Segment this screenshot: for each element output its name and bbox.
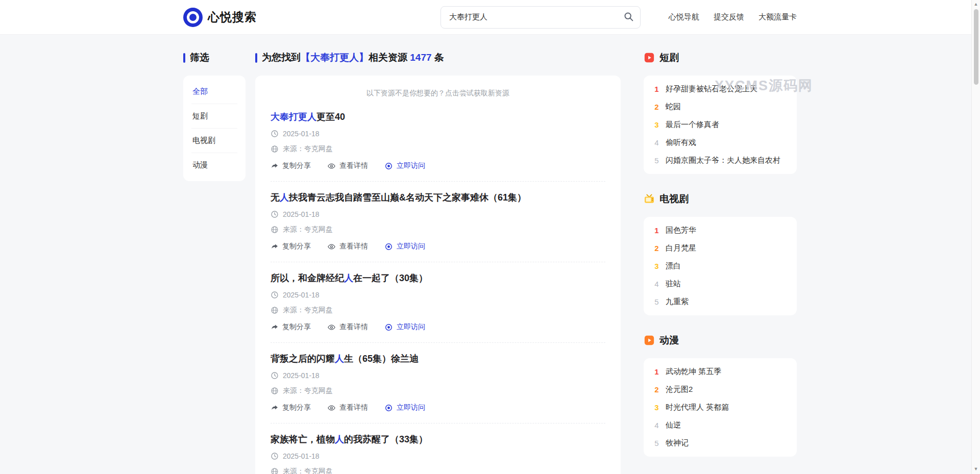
result-title[interactable]: 所以，和金牌经纪人在一起了（30集） — [271, 272, 605, 284]
title-text: 无 — [271, 192, 280, 203]
title-text: 所以，和金牌经纪 — [271, 273, 344, 283]
rank-item[interactable]: 4偷听有戏 — [653, 134, 788, 152]
search-input[interactable] — [440, 6, 641, 29]
rank-item-title: 国色芳华 — [666, 226, 696, 235]
result-title[interactable]: 无人扶我青云志我自踏雪至山巅&名动天下之家事难休（61集） — [271, 191, 605, 204]
view-detail-button[interactable]: 查看详情 — [327, 403, 368, 412]
scrollbar-thumb[interactable] — [974, 9, 978, 85]
eye-icon — [327, 162, 336, 170]
rank-number: 1 — [653, 367, 660, 376]
copy-share-button[interactable]: 复制分享 — [271, 322, 311, 332]
globe-icon — [271, 467, 279, 474]
logo-icon — [183, 8, 203, 27]
rank-item-title: 九重紫 — [666, 297, 689, 307]
visit-now-button[interactable]: 立即访问 — [384, 322, 425, 332]
view-detail-label: 查看详情 — [339, 161, 368, 170]
header: 心悦搜索 心悦导航 提交反馈 大额流量卡 — [0, 0, 980, 35]
result-title[interactable]: 背叛之后的闪耀人生（65集）徐兰迪 — [271, 353, 605, 365]
clock-icon — [271, 291, 279, 299]
target-icon — [384, 404, 393, 412]
rank-section-anime: 动漫1武动乾坤 第五季2沧元图23时光代理人 英都篇4仙逆5牧神记 — [644, 334, 797, 457]
rank-item[interactable]: 2蛇园 — [653, 98, 788, 116]
result-item: 所以，和金牌经纪人在一起了（30集）2025-01-18来源：夸克网盘复制分享查… — [271, 262, 605, 343]
rank-number: 3 — [653, 262, 660, 270]
copy-share-button[interactable]: 复制分享 — [271, 403, 311, 412]
scrollbar[interactable]: ▲ ▼ — [971, 0, 980, 474]
rank-item-title: 仙逆 — [666, 420, 681, 430]
rank-item[interactable]: 5牧神记 — [653, 434, 788, 452]
rank-item-title: 闪婚京圈太子爷：夫人她来自农村 — [666, 156, 780, 165]
result-source-text: 来源：夸克网盘 — [283, 225, 333, 234]
rank-item[interactable]: 4仙逆 — [653, 416, 788, 434]
logo-text: 心悦搜索 — [208, 9, 257, 25]
result-source-text: 来源：夸克网盘 — [283, 144, 333, 154]
visit-now-button[interactable]: 立即访问 — [384, 161, 425, 170]
rank-item-title: 蛇园 — [666, 102, 681, 112]
rank-number: 1 — [653, 85, 660, 93]
copy-share-button[interactable]: 复制分享 — [271, 161, 311, 170]
rank-item[interactable]: 3最后一个修真者 — [653, 116, 788, 134]
nav-link-site-nav[interactable]: 心悦导航 — [669, 12, 699, 22]
page-body: 筛选 全部短剧电视剧动漫 为您找到【大奉打更人】相关资源 1477 条 以下资源… — [183, 35, 797, 474]
eye-icon — [327, 242, 336, 251]
rank-item[interactable]: 1武动乾坤 第五季 — [653, 363, 788, 381]
rank-item[interactable]: 5九重紫 — [653, 293, 788, 311]
refresh-notice[interactable]: 以下资源不是你想要的？点击尝试获取新资源 — [271, 87, 605, 101]
result-date-text: 2025-01-18 — [283, 371, 320, 380]
rank-item[interactable]: 1好孕甜妻被钻石老公宠上天 — [653, 80, 788, 98]
scrollbar-down-arrow[interactable]: ▼ — [972, 465, 980, 473]
result-actions: 复制分享查看详情立即访问 — [271, 161, 605, 170]
result-item: 家族将亡，植物人的我苏醒了（33集）2025-01-18来源：夸克网盘复制分享查… — [271, 423, 605, 474]
copy-share-button[interactable]: 复制分享 — [271, 242, 311, 251]
filter-item-anime[interactable]: 动漫 — [191, 153, 237, 177]
rank-item-title: 驻站 — [666, 279, 681, 289]
tv-series-heading: 电视剧 — [644, 192, 797, 206]
view-detail-button[interactable]: 查看详情 — [327, 242, 368, 251]
nav-link-feedback[interactable]: 提交反馈 — [714, 12, 744, 22]
scrollbar-up-arrow[interactable]: ▲ — [972, 0, 980, 8]
eye-icon — [327, 404, 336, 412]
view-detail-button[interactable]: 查看详情 — [327, 161, 368, 170]
result-source-text: 来源：夸克网盘 — [283, 386, 333, 395]
result-date-text: 2025-01-18 — [283, 210, 320, 218]
rank-item-title: 白月梵星 — [666, 243, 696, 253]
accent-bar — [255, 53, 257, 63]
view-detail-button[interactable]: 查看详情 — [327, 322, 368, 332]
filter-item-short-drama[interactable]: 短剧 — [191, 104, 237, 129]
filter-item-all[interactable]: 全部 — [191, 80, 237, 104]
rank-item[interactable]: 3时光代理人 英都篇 — [653, 398, 788, 416]
result-date: 2025-01-18 — [271, 291, 605, 299]
result-title[interactable]: 大奉打更人更至40 — [271, 111, 605, 123]
title-text: 扶我青云志我自踏雪至山巅&名动天下之家事难休（61集） — [289, 192, 526, 203]
rank-number: 5 — [653, 297, 660, 306]
copy-share-label: 复制分享 — [282, 242, 311, 251]
result-actions: 复制分享查看详情立即访问 — [271, 403, 605, 412]
rank-item[interactable]: 2白月梵星 — [653, 239, 788, 257]
anime-card: 1武动乾坤 第五季2沧元图23时光代理人 英都篇4仙逆5牧神记 — [644, 358, 797, 457]
rank-item[interactable]: 1国色芳华 — [653, 221, 788, 239]
search-bar — [440, 6, 641, 29]
nav-link-data-card[interactable]: 大额流量卡 — [758, 12, 797, 22]
rank-number: 3 — [653, 403, 660, 412]
filter-item-tv-series[interactable]: 电视剧 — [191, 129, 237, 153]
visit-now-button[interactable]: 立即访问 — [384, 242, 425, 251]
rank-item[interactable]: 2沧元图2 — [653, 381, 788, 398]
rank-item[interactable]: 3漂白 — [653, 257, 788, 275]
results-heading: 为您找到【大奉打更人】相关资源 1477 条 — [255, 51, 621, 64]
result-title[interactable]: 家族将亡，植物人的我苏醒了（33集） — [271, 433, 605, 445]
rank-number: 4 — [653, 421, 660, 430]
rank-item[interactable]: 5闪婚京圈太子爷：夫人她来自农村 — [653, 152, 788, 169]
logo[interactable]: 心悦搜索 — [183, 8, 257, 27]
filter-card: 全部短剧电视剧动漫 — [183, 76, 246, 181]
play-red-icon — [644, 52, 655, 63]
rank-section-short-drama: 短剧1好孕甜妻被钻石老公宠上天2蛇园3最后一个修真者4偷听有戏5闪婚京圈太子爷：… — [644, 51, 797, 174]
search-button[interactable] — [619, 8, 638, 27]
play-orange-icon — [644, 335, 655, 346]
result-date: 2025-01-18 — [271, 371, 605, 380]
copy-share-label: 复制分享 — [282, 322, 311, 332]
visit-now-button[interactable]: 立即访问 — [384, 403, 425, 412]
rank-number: 4 — [653, 280, 660, 288]
rank-item[interactable]: 4驻站 — [653, 275, 788, 293]
filter-heading: 筛选 — [183, 51, 246, 64]
clock-icon — [271, 130, 279, 138]
